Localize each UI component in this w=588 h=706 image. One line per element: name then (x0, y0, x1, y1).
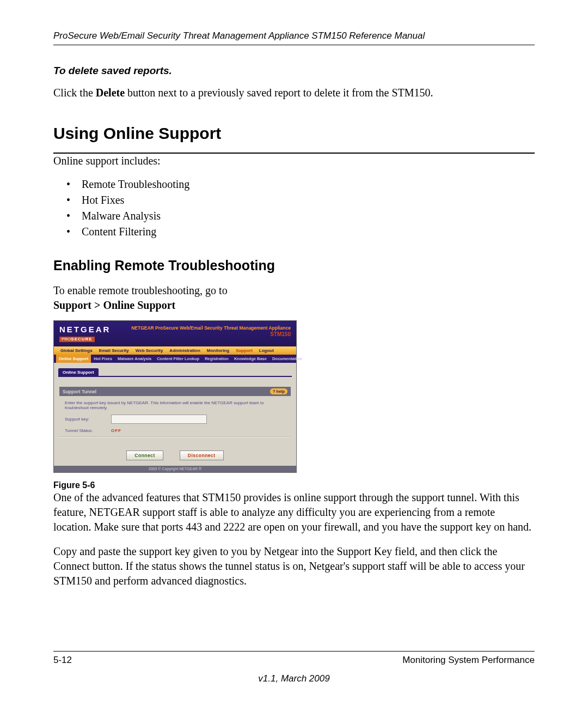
main-nav: Global Settings Email Security Web Secur… (54, 346, 296, 355)
support-key-input[interactable] (111, 415, 207, 424)
support-key-label: Support key: (65, 417, 111, 422)
sub-nav: Online Support Hot Fixes Malware Analysi… (54, 355, 296, 363)
divider (59, 436, 291, 437)
netgear-logo: NETGEAR (59, 325, 111, 333)
prosecure-badge: PROSECURE (59, 337, 95, 342)
intro-line: Online support includes: (53, 154, 535, 168)
copyright-bar: 2009 © Copyright NETGEAR ® (54, 466, 296, 472)
connect-button[interactable]: Connect (126, 451, 163, 460)
list-item: Content Filtering (66, 226, 535, 238)
subnav-hot-fixes[interactable]: Hot Fixes (91, 355, 115, 363)
text: PRO (62, 337, 71, 342)
help-button[interactable]: ? help (270, 388, 287, 394)
page-number: 5-12 (53, 655, 72, 666)
tunnel-status-label: Tunnel Status: (65, 428, 111, 433)
figure-caption: Figure 5-6 (53, 480, 535, 490)
model-label: STM150 (131, 331, 291, 337)
embedded-screenshot: NETGEAR PROSECURE NETGEAR ProSecure Web/… (53, 320, 297, 473)
panel-title: Support Tunnel (63, 389, 96, 394)
list-item: Malware Analysis (66, 210, 535, 222)
panel-description: Enter the support key issued by NETGEAR.… (65, 400, 285, 410)
subnav-content-filter-lookup[interactable]: Content Filter Lookup (154, 355, 202, 363)
section-title: Using Online Support (53, 124, 535, 154)
subnav-knowledge-base[interactable]: Knowledge Base (231, 355, 270, 363)
subnav-malware-analysis[interactable]: Malware Analysis (115, 355, 154, 363)
breadcrumb-tab[interactable]: Online Support (58, 368, 99, 376)
nav-item-monitoring[interactable]: Monitoring (204, 346, 232, 355)
support-bullet-list: Remote Troubleshooting Hot Fixes Malware… (66, 178, 535, 238)
subsection-title: Enabling Remote Troubleshooting (53, 258, 535, 273)
delete-reports-heading: To delete saved reports. (53, 65, 535, 77)
divider (53, 651, 535, 652)
panel-header: Support Tunnel ? help (59, 387, 291, 396)
text: Click the (53, 87, 96, 99)
text: button next to a previously saved report… (125, 87, 433, 99)
nav-item-email-security[interactable]: Email Security (96, 346, 132, 355)
doc-version: v1.1, March 2009 (53, 673, 535, 684)
nav-item-web-security[interactable]: Web Security (132, 346, 167, 355)
page-footer: 5-12 Monitoring System Performance v1.1,… (53, 651, 535, 684)
list-item: Remote Troubleshooting (66, 178, 535, 191)
enable-line: To enable remote troubleshooting, go to (53, 283, 535, 298)
subnav-documentation[interactable]: Documentation (270, 355, 305, 363)
text: SECURE (71, 337, 92, 342)
subnav-registration[interactable]: Registration (202, 355, 231, 363)
appliance-title: NETGEAR ProSecure Web/Email Security Thr… (131, 325, 291, 331)
screenshot-header: NETGEAR PROSECURE NETGEAR ProSecure Web/… (54, 321, 296, 346)
subnav-online-support[interactable]: Online Support (56, 355, 91, 363)
paragraph-2: Copy and paste the support key given to … (53, 544, 535, 588)
delete-keyword: Delete (96, 87, 125, 99)
nav-item-support[interactable]: Support (232, 346, 256, 355)
nav-item-administration[interactable]: Administration (166, 346, 203, 355)
delete-reports-body: Click the Delete button next to a previo… (53, 86, 535, 100)
disconnect-button[interactable]: Disconnect (180, 451, 224, 460)
running-header: ProSecure Web/Email Security Threat Mana… (53, 31, 535, 45)
nav-path: Support > Online Support (53, 299, 535, 312)
section-name: Monitoring System Performance (402, 655, 535, 666)
list-item: Hot Fixes (66, 194, 535, 206)
tunnel-status-value: OFF (111, 428, 121, 433)
nav-item-global-settings[interactable]: Global Settings (57, 346, 96, 355)
paragraph-1: One of the advanced features that STM150… (53, 490, 535, 534)
nav-item-logout[interactable]: Logout (256, 346, 277, 355)
